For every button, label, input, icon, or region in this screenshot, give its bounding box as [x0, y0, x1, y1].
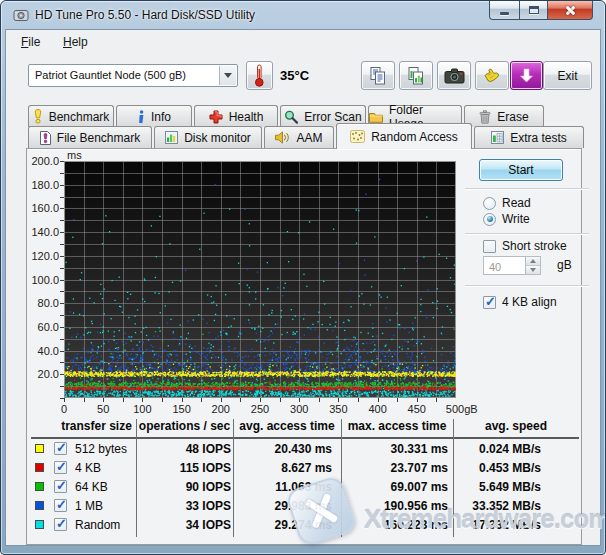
separator [465, 188, 589, 190]
ops-value: 90 IOPS [136, 480, 231, 494]
x-tick-label: 300 [290, 403, 308, 415]
read-radio[interactable] [483, 197, 496, 210]
series-label: 64 KB [75, 480, 108, 494]
spinner-up-button[interactable] [526, 257, 540, 266]
max-access-value: 30.331 ms [341, 442, 448, 456]
random-access-chart [59, 161, 456, 403]
tab-extra-tests[interactable]: Extra tests [474, 126, 584, 148]
tab-benchmark[interactable]: Benchmark [28, 105, 114, 127]
thermometer-icon [254, 64, 265, 87]
exit-button[interactable]: Exit [543, 61, 592, 90]
magnifier-icon [284, 110, 298, 124]
avg-access-value: 20.430 ms [233, 442, 332, 456]
series-color-swatch [35, 444, 44, 453]
chevron-down-icon [224, 73, 232, 78]
drive-select[interactable]: Patriot Gauntlet Node (500 gB) [28, 64, 238, 87]
y-axis-unit: ms [67, 149, 82, 161]
tab-random-access-label: Random Access [371, 130, 458, 144]
tab-error-scan-label: Error Scan [304, 110, 361, 124]
col-header-avg-access: avg. access time [233, 419, 341, 437]
align-row[interactable]: 4 KB align [483, 295, 557, 309]
hand-button[interactable] [475, 61, 509, 90]
max-access-value: 23.707 ms [341, 461, 448, 475]
x-tick-label: 250 [251, 403, 269, 415]
tab-extra-tests-label: Extra tests [510, 131, 567, 145]
header-underline [31, 437, 579, 439]
spinner-down-button[interactable] [526, 266, 540, 274]
tab-info[interactable]: Info [116, 105, 192, 127]
tab-erase[interactable]: Erase [464, 105, 544, 127]
x-tick-label: 450 [408, 403, 426, 415]
y-tick-label: 140.0 [27, 226, 59, 238]
write-radio-row[interactable]: Write [483, 212, 530, 226]
title-bar[interactable]: HD Tune Pro 5.50 - Hard Disk/SSD Utility [1, 1, 605, 29]
tab-aam[interactable]: AAM [264, 126, 334, 148]
avg-speed-value: 17.332 MB/s [453, 518, 541, 532]
maximize-icon [529, 6, 539, 14]
series-label: Random [75, 518, 120, 532]
trash-icon [479, 110, 491, 124]
temperature-button[interactable] [246, 61, 273, 90]
close-button[interactable] [548, 1, 593, 20]
series-color-swatch [35, 520, 44, 529]
write-radio[interactable] [483, 213, 496, 226]
hand-icon [483, 66, 502, 85]
series-checkbox[interactable] [54, 499, 67, 512]
app-icon [13, 7, 30, 28]
short-stroke-checkbox[interactable] [483, 240, 496, 253]
temperature-value: 35°C [280, 68, 309, 83]
read-radio-row[interactable]: Read [483, 196, 531, 210]
drive-select-value: Patriot Gauntlet Node (500 gB) [35, 69, 186, 81]
tab-file-benchmark[interactable]: File Benchmark [28, 126, 152, 148]
drive-select-dropdown-button[interactable] [219, 66, 236, 85]
ops-value: 115 IOPS [136, 461, 231, 475]
avg-access-value: 29.274 ms [233, 518, 332, 532]
minimize-button[interactable] [489, 1, 519, 20]
copy-text-button[interactable] [361, 61, 395, 90]
start-button[interactable]: Start [479, 159, 563, 181]
table-row: 4 KB 115 IOPS 8.627 ms 23.707 ms 0.453 M… [31, 460, 579, 477]
ops-value: 33 IOPS [136, 499, 231, 513]
camera-icon [444, 67, 465, 84]
align-checkbox[interactable] [483, 296, 496, 309]
stroke-unit-label: gB [557, 258, 572, 272]
series-label: 512 bytes [75, 442, 127, 456]
download-button[interactable] [510, 61, 543, 90]
y-tick-label: 180.0 [27, 179, 59, 191]
ops-value: 34 IOPS [136, 518, 231, 532]
tab-disk-monitor-label: Disk monitor [184, 131, 251, 145]
maximize-button[interactable] [519, 1, 548, 20]
x-tick-label: 50 [97, 403, 109, 415]
file-benchmark-icon [40, 131, 51, 145]
series-label: 1 MB [75, 499, 103, 513]
screenshot-button[interactable] [437, 61, 471, 90]
series-checkbox[interactable] [54, 461, 67, 474]
y-tick-label: 60.0 [27, 321, 59, 333]
tab-random-access[interactable]: Random Access [336, 123, 472, 149]
y-tick-label: 20.0 [27, 368, 59, 380]
info-icon [137, 110, 145, 124]
short-stroke-size-input[interactable] [484, 257, 525, 274]
minimize-icon [500, 12, 509, 15]
max-access-value: 160.223 ms [341, 518, 448, 532]
write-radio-label: Write [502, 212, 530, 226]
x-tick-label: 0 [61, 403, 67, 415]
x-tick-label: 150 [172, 403, 190, 415]
series-checkbox[interactable] [54, 518, 67, 531]
y-tick-label: 100.0 [27, 274, 59, 286]
short-stroke-size-spinner[interactable] [483, 256, 541, 275]
col-header-operations: operations / sec [136, 419, 233, 437]
short-stroke-row[interactable]: Short stroke [483, 239, 567, 253]
copy-image-button[interactable] [399, 61, 433, 90]
table-row: 64 KB 90 IOPS 11.063 ms 69.007 ms 5.649 … [31, 479, 579, 496]
series-checkbox[interactable] [54, 442, 67, 455]
menu-help[interactable]: Help [58, 34, 93, 50]
col-header-transfer-size: transfer size [31, 419, 136, 437]
menu-file[interactable]: File [16, 34, 45, 50]
tab-health[interactable]: Health [194, 105, 278, 127]
series-checkbox[interactable] [54, 480, 67, 493]
align-label: 4 KB align [502, 295, 557, 309]
tab-disk-monitor[interactable]: Disk monitor [154, 126, 262, 148]
avg-access-value: 29.983 ms [233, 499, 332, 513]
down-arrow-icon [519, 68, 534, 83]
